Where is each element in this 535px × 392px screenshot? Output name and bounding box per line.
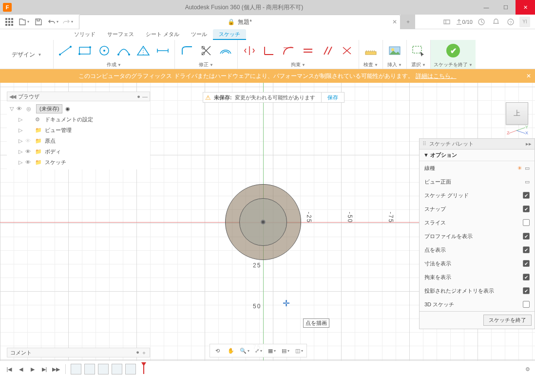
- linetype-center-icon[interactable]: ▭: [525, 165, 530, 171]
- timeline-last-icon[interactable]: ▶▶: [52, 365, 60, 373]
- redo-button[interactable]: ▾: [60, 15, 75, 29]
- tree-root[interactable]: ▽ 👁 ◎ (未保存) ◉: [8, 103, 149, 114]
- browser-min-icon[interactable]: —: [142, 93, 148, 99]
- checkbox[interactable]: [523, 219, 530, 226]
- checkbox[interactable]: ✔: [523, 287, 530, 294]
- sketch-center-point[interactable]: [261, 220, 266, 224]
- trim-tool[interactable]: [197, 42, 215, 59]
- comments-expand-icon[interactable]: ＋: [141, 349, 147, 356]
- palette-expand-icon[interactable]: ▸▸: [526, 141, 532, 147]
- tab-tools[interactable]: ツール: [185, 29, 213, 40]
- timeline-next-icon[interactable]: ▶|: [40, 365, 49, 373]
- clock-icon[interactable]: [476, 16, 487, 28]
- viewport-icon[interactable]: ◫▾: [293, 345, 306, 356]
- checkbox[interactable]: [523, 301, 530, 308]
- tree-item-views[interactable]: ▷📁ビュー管理: [8, 125, 149, 135]
- active-indicator-icon[interactable]: ◉: [65, 106, 70, 112]
- file-menu-button[interactable]: ▾: [17, 15, 31, 29]
- tab-sheetmetal[interactable]: シート メタル: [140, 29, 185, 40]
- expand-icon[interactable]: ▽: [10, 106, 16, 112]
- palette-row-10[interactable]: 3D スケッチ: [420, 298, 535, 311]
- warning-close-icon[interactable]: ✕: [526, 73, 531, 79]
- browser-pin-icon[interactable]: ●: [137, 93, 140, 99]
- close-tab-icon[interactable]: ✕: [392, 19, 397, 25]
- select-tool[interactable]: [410, 42, 427, 59]
- timeline-feature-4[interactable]: [112, 364, 122, 374]
- orbit-icon[interactable]: ⟲: [211, 345, 224, 356]
- offset-tool[interactable]: [217, 42, 234, 59]
- constraint-parallel[interactable]: [319, 42, 336, 59]
- timeline-first-icon[interactable]: |◀: [5, 365, 14, 373]
- checkbox[interactable]: ✔: [523, 260, 530, 267]
- polygon-tool[interactable]: [134, 42, 152, 59]
- palette-header[interactable]: ⠿ スケッチ パレット ▸▸: [420, 139, 535, 149]
- document-tab[interactable]: 🔒 無題* ✕: [79, 15, 401, 29]
- tab-sketch[interactable]: スケッチ: [213, 29, 246, 40]
- visibility-icon[interactable]: 👁: [17, 106, 25, 112]
- timeline-feature-2[interactable]: [84, 364, 95, 374]
- tab-surface[interactable]: サーフェス: [101, 29, 140, 40]
- timeline-play-icon[interactable]: ▶: [28, 365, 37, 373]
- save-button[interactable]: [31, 15, 46, 29]
- undo-button[interactable]: ▾: [46, 15, 60, 29]
- palette-section-options[interactable]: ▼ オプション: [420, 149, 535, 161]
- tree-item-doc-settings[interactable]: ▷⚙ドキュメントの設定: [8, 114, 149, 125]
- palette-row-9[interactable]: 投影されたジオメトリを表示✔: [420, 284, 535, 298]
- fit-icon[interactable]: ⤢▾: [252, 345, 265, 356]
- look-at-icon[interactable]: ▭: [525, 179, 530, 185]
- timeline-feature-1[interactable]: [71, 364, 81, 374]
- checkbox[interactable]: ✔: [523, 233, 530, 240]
- close-button[interactable]: ✕: [516, 0, 535, 15]
- circle-tool[interactable]: [96, 42, 113, 59]
- timeline-prev-icon[interactable]: ◀: [17, 365, 25, 373]
- comments-bar[interactable]: コメント ●＋: [7, 348, 150, 357]
- palette-row-4[interactable]: スライス: [420, 216, 535, 229]
- tab-solid[interactable]: ソリッド: [68, 29, 101, 40]
- palette-finish-button[interactable]: スケッチを終了: [483, 315, 532, 326]
- grid-icon[interactable]: ▤▾: [279, 345, 292, 356]
- palette-row-6[interactable]: 点を表示✔: [420, 243, 535, 257]
- constraint-perp[interactable]: [260, 42, 278, 59]
- pan-icon[interactable]: ✋: [225, 345, 237, 356]
- line-tool[interactable]: [57, 42, 74, 59]
- browser-header[interactable]: ◀◀ ブラウザ ●—: [7, 92, 150, 101]
- viewport[interactable]: -25 -50 -75 25 50 75 ✛ 点を描画 ⚠ 未保存: 変更が失わ…: [0, 83, 535, 360]
- checkbox[interactable]: ✔: [523, 246, 530, 253]
- arc-tool[interactable]: [115, 42, 133, 59]
- zoom-icon[interactable]: 🔍▾: [238, 345, 251, 356]
- app-menu-button[interactable]: [2, 15, 17, 29]
- timeline-playhead[interactable]: [139, 362, 146, 376]
- rect-tool[interactable]: [76, 42, 94, 59]
- display-icon[interactable]: ▦▾: [266, 345, 278, 356]
- viewcube[interactable]: 上: [506, 102, 528, 125]
- timeline-feature-5[interactable]: [125, 364, 136, 374]
- palette-row-7[interactable]: 寸法を表示✔: [420, 257, 535, 270]
- help-icon[interactable]: ?: [505, 16, 516, 28]
- palette-row-2[interactable]: スケッチ グリッド✔: [420, 188, 535, 202]
- drag-handle-icon[interactable]: ⠿: [422, 141, 426, 147]
- group-label-finish[interactable]: スケッチを終了: [434, 61, 468, 68]
- linetype-construction-icon[interactable]: ✳: [517, 165, 522, 171]
- collapse-icon[interactable]: ◀◀: [9, 93, 15, 100]
- warning-link[interactable]: 詳細はこちら。: [416, 72, 457, 80]
- inspect-tool[interactable]: [362, 42, 380, 59]
- insert-tool[interactable]: [386, 42, 403, 59]
- workspace-switcher[interactable]: デザイン▼: [0, 40, 54, 69]
- timeline-feature-3[interactable]: [98, 364, 109, 374]
- job-status[interactable]: 0/10: [456, 19, 473, 25]
- checkbox[interactable]: ✔: [523, 274, 530, 280]
- dimension-tool[interactable]: [154, 42, 172, 59]
- comments-pin-icon[interactable]: ●: [136, 349, 139, 356]
- palette-row-1[interactable]: ビュー正面▭: [420, 175, 535, 188]
- tree-item-sketches[interactable]: ▷👁📁スケッチ: [8, 157, 149, 168]
- palette-row-0[interactable]: 線種✳ ▭: [420, 161, 535, 175]
- constraint-horiz[interactable]: [241, 42, 258, 59]
- extensions-icon[interactable]: [441, 16, 453, 28]
- constraint-tangent[interactable]: [280, 42, 297, 59]
- palette-row-8[interactable]: 拘束を表示✔: [420, 270, 535, 284]
- bell-icon[interactable]: [490, 16, 502, 28]
- fillet-tool[interactable]: [178, 42, 195, 59]
- timeline-settings-icon[interactable]: ⚙: [525, 366, 530, 373]
- tree-item-origin[interactable]: ▷👁📁原点: [8, 135, 149, 146]
- maximize-button[interactable]: ☐: [496, 0, 516, 15]
